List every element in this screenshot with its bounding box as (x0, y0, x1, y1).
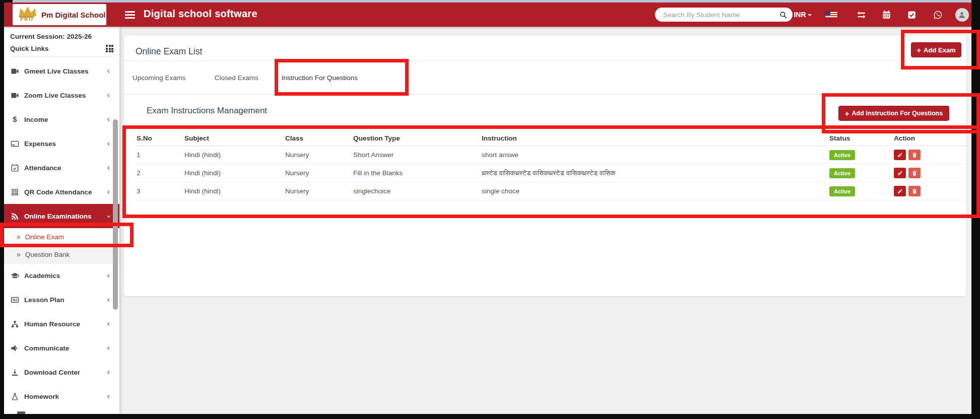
sidebar-item-gmeet-live-classes[interactable]: Gmeet Live Classes (4, 59, 119, 83)
double-chevron-icon: » (17, 250, 21, 258)
sidebar-item-expenses[interactable]: Expenses (4, 131, 119, 156)
section-title: Exam Instructions Management (147, 106, 267, 116)
svg-text:$: $ (13, 115, 17, 123)
edit-button[interactable] (894, 186, 906, 196)
cell-subject: Hindi (hindi) (184, 169, 285, 177)
cell-sno: 2 (137, 169, 184, 177)
language-flag-icon[interactable] (824, 3, 839, 27)
search-icon[interactable] (779, 11, 788, 19)
chevron-left-icon (106, 370, 113, 375)
video-icon (11, 67, 24, 76)
sidebar-item-qr-code-attendance[interactable]: QR Code Attendance (4, 180, 119, 204)
active-tab-underline (279, 92, 382, 95)
chevron-left-icon (106, 321, 113, 327)
currency-selector[interactable]: INR (793, 3, 813, 27)
column-header-s-no: S.No (137, 134, 184, 142)
partial-menu-icon (17, 411, 25, 414)
dollar-icon: $ (11, 115, 24, 124)
brand-name: Pm Digital School (41, 11, 106, 19)
sidebar-item-income[interactable]: $Income (4, 107, 119, 131)
current-session-label: Current Session: 2025-26 (10, 33, 113, 40)
calendar-icon[interactable] (879, 3, 894, 27)
sidebar-item-homework[interactable]: Homework (4, 384, 119, 408)
sidebar-item-lesson-plan[interactable]: Lesson Plan (4, 288, 119, 312)
chevron-left-icon (106, 117, 113, 122)
edit-button[interactable] (894, 150, 906, 160)
graduation-cap-icon (11, 271, 24, 280)
chevron-left-icon (106, 273, 113, 278)
app-title: Digital school software (144, 8, 257, 20)
cell-sno: 3 (137, 187, 184, 195)
sidebar-item-label: Gmeet Live Classes (24, 67, 106, 75)
cell-sno: 1 (137, 151, 184, 159)
column-header-question-type: Question Type (353, 134, 482, 142)
sidebar-item-academics[interactable]: Academics (4, 263, 119, 288)
quick-links-grid-icon[interactable] (106, 45, 113, 52)
hamburger-menu-icon[interactable] (125, 10, 135, 20)
sidebar-item-label: Homework (24, 393, 106, 400)
sidebar-item-label: Lesson Plan (24, 296, 106, 304)
window-top-strip (13, 0, 971, 3)
sidebar-subitem-question-bank[interactable]: »Question Bank (4, 246, 119, 263)
cell-class: Nursery (285, 151, 353, 159)
add-instruction-button[interactable]: + Add Instruction For Questions (838, 106, 949, 121)
tab-closed-exams[interactable]: Closed Exams (215, 61, 258, 94)
quick-links-label: Quick Links (10, 45, 49, 52)
sidebar-item-partial[interactable] (4, 408, 119, 414)
tabs-bar: Upcoming ExamsClosed ExamsInstruction Fo… (124, 60, 966, 95)
chevron-left-icon (106, 93, 113, 98)
crown-logo-icon: PRO (17, 6, 39, 24)
sidebar-scrollbar-thumb[interactable] (113, 119, 118, 310)
cell-instruction: short answe (482, 151, 829, 159)
table-row: 3Hindi (hindi)Nurserysinglechoicesingle … (137, 182, 967, 200)
tab-upcoming-exams[interactable]: Upcoming Exams (133, 61, 186, 94)
plus-icon: + (845, 110, 850, 117)
sidebar-item-human-resource[interactable]: Human Resource (4, 312, 119, 336)
sidebar-item-zoom-live-classes[interactable]: Zoom Live Classes (4, 83, 119, 107)
cell-subject: Hindi (hindi) (184, 187, 285, 195)
column-header-class: Class (285, 134, 353, 142)
cell-status: Active (829, 150, 894, 160)
delete-button[interactable] (908, 186, 921, 196)
chevron-left-icon (106, 345, 113, 351)
cell-action (894, 168, 967, 178)
tab-label: Instruction For Questions (282, 74, 358, 82)
sidebar-item-attendance[interactable]: Attendance (4, 156, 119, 180)
chevron-left-icon (106, 68, 113, 74)
brand-logo[interactable]: PRO Pm Digital School (13, 4, 106, 25)
logo-badge: PRO (20, 16, 33, 22)
sidebar-header: Current Session: 2025-26 Quick Links (4, 27, 119, 59)
download-icon (11, 368, 24, 377)
whatsapp-icon[interactable] (930, 3, 945, 27)
cell-status: Active (829, 168, 894, 178)
chevron-down-icon (106, 214, 113, 219)
top-navbar: PRO Pm Digital School Digital school sof… (4, 3, 971, 27)
megaphone-icon (11, 344, 24, 353)
sidebar-item-label: Income (24, 116, 106, 123)
sidebar-item-communicate[interactable]: Communicate (4, 336, 119, 360)
sidebar-item-label: Human Resource (24, 320, 106, 328)
delete-button[interactable] (908, 150, 921, 160)
tab-instruction-for-questions[interactable]: Instruction For Questions (282, 61, 358, 94)
edit-button[interactable] (894, 168, 906, 178)
cell-action (894, 186, 967, 196)
cell-class: Nursery (285, 187, 353, 195)
delete-button[interactable] (908, 168, 921, 178)
chevron-down-icon (808, 14, 812, 16)
column-header-subject: Subject (184, 134, 285, 142)
sidebar-menu: Gmeet Live ClassesZoom Live Classes$Inco… (4, 59, 119, 408)
instructions-table: S.NoSubjectClassQuestion TypeInstruction… (137, 131, 967, 200)
sidebar-item-online-examinations[interactable]: Online Examinations (4, 204, 119, 228)
tasks-check-icon[interactable] (904, 3, 919, 27)
exchange-icon[interactable] (854, 3, 869, 27)
status-badge: Active (829, 186, 855, 196)
chevron-left-icon (106, 165, 113, 171)
user-avatar[interactable] (954, 3, 970, 27)
sidebar-subitem-online-exam[interactable]: »Online Exam (4, 228, 119, 246)
sidebar-item-download-center[interactable]: Download Center (4, 360, 119, 384)
app-screen: PRO Pm Digital School Digital school sof… (4, 3, 971, 414)
sidebar-subitem-label: Online Exam (25, 233, 64, 241)
add-exam-button[interactable]: + Add Exam (911, 42, 961, 57)
search-input[interactable] (663, 11, 779, 19)
chevron-left-icon (106, 394, 113, 399)
